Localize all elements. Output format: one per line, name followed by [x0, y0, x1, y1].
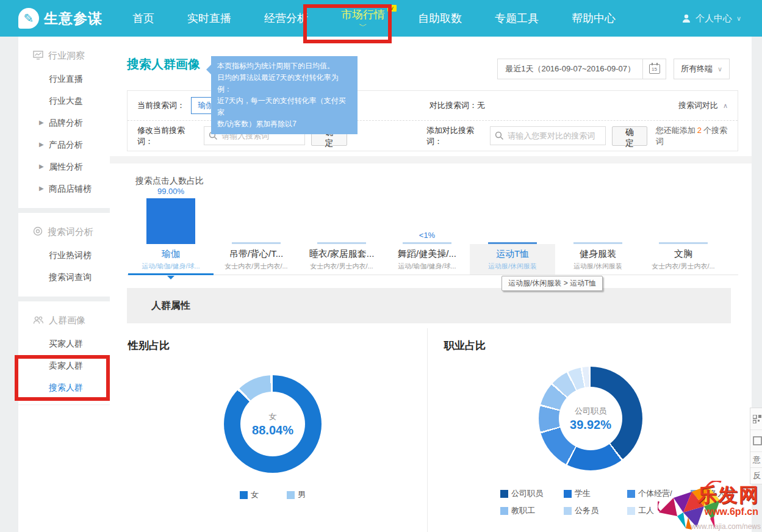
legend-swatch [627, 507, 635, 515]
sidebar-section-搜索词分析: 搜索词分析行业热词榜搜索词查询 [18, 213, 110, 297]
window-button[interactable] [750, 430, 762, 452]
date-range-text: 最近1天（2016-09-07~2016-09-07） [498, 63, 642, 74]
nav-item-label: 专题工具 [495, 11, 539, 26]
feedback-button-2[interactable]: 反 [750, 468, 762, 484]
tab-subtitle: 女士内衣/男士内衣/... [299, 262, 384, 271]
tab-subtitle: 女士内衣/男士内衣/... [214, 262, 299, 271]
terminal-filter-dropdown[interactable]: 所有终端 ∨ [674, 59, 730, 79]
legend-swatch [564, 507, 572, 515]
vertical-divider [427, 328, 428, 532]
tab-吊带/背心/T...[interactable]: 吊带/背心/T...女士内衣/男士内衣/... [214, 244, 299, 275]
nav-item-label: 市场行情 [341, 7, 385, 22]
tab-舞蹈/健美操/...[interactable]: 舞蹈/健美操/...运动/瑜伽/健身/球... [384, 244, 470, 275]
nav-item-实时直播[interactable]: 实时直播 [171, 0, 248, 37]
top-navigation: ✎ 生意参谋 首页实时直播经营分析市场行情v﹀自助取数专题工具帮助中心 个人中心… [0, 0, 762, 37]
bar-瑜伽 [146, 198, 195, 244]
nav-item-市场行情[interactable]: 市场行情v﹀ [325, 0, 401, 37]
sidebar-item-搜索词查询[interactable]: 搜索词查询 [18, 266, 110, 288]
people-portrait-icon [33, 315, 44, 326]
sidebar-item-产品分析[interactable]: ▶产品分析 [18, 134, 110, 156]
tab-运动T恤[interactable]: 运动T恤运动服/休闲服装 [470, 244, 555, 275]
sidebar-item-行业大盘[interactable]: 行业大盘 [18, 90, 110, 112]
sidebar-item-属性分析[interactable]: ▶属性分析 [18, 156, 110, 178]
calendar-icon: 15 [649, 64, 660, 74]
tab-title: 吊带/背心/T... [214, 248, 299, 260]
search-click-chart-block: 搜索点击人数占比 99.00%<1% 瑜伽运动/瑜伽/健身/球...吊带/背心/… [127, 164, 738, 275]
tooltip-line: 本页指标均为统计周期下的日均值。 [217, 60, 351, 72]
tab-subtitle: 运动/瑜伽/健身/球... [128, 262, 214, 271]
nav-item-经营分析[interactable]: 经营分析 [248, 0, 325, 37]
caret-right-icon: ▶ [39, 178, 44, 200]
bar-column [555, 164, 641, 244]
bar-column [641, 164, 726, 244]
sidebar-item-搜索人群[interactable]: 搜索人群 [18, 376, 110, 398]
chevron-down-icon: ﹀ [359, 23, 367, 29]
sidebar-item-label: 卖家人群 [49, 361, 83, 370]
occupation-donut-chart: 公司职员 39.92% [539, 367, 642, 470]
occupation-center-value: 39.92% [570, 418, 611, 432]
date-range-picker[interactable]: 最近1天（2016-09-07~2016-09-07） 15 [497, 59, 666, 79]
tab-文胸[interactable]: 文胸女士内衣/男士内衣/... [641, 244, 726, 275]
nav-menu: 首页实时直播经营分析市场行情v﹀自助取数专题工具帮助中心 [116, 0, 632, 37]
current-word-label: 当前搜索词： [137, 100, 185, 111]
app-logo[interactable]: ✎ 生意参谋 [18, 8, 102, 29]
modify-word-label: 修改当前搜索词： [137, 125, 198, 147]
tab-健身服装[interactable]: 健身服装运动服/休闲服装 [555, 244, 641, 275]
bar-column: 99.00% [128, 164, 214, 244]
legend-item-公司职员: 公司职员 [500, 488, 564, 499]
legend-label: 学生 [575, 488, 591, 499]
metric-tooltip: 本页指标均为统计周期下的日均值。日均的算法以最近7天的支付转化率为例：近7天内，… [211, 56, 358, 134]
gender-chart-title: 性别占比 [128, 339, 170, 353]
legend-item-学生: 学生 [564, 488, 627, 499]
nav-item-label: 首页 [132, 11, 154, 26]
compare-word-value: 无 [477, 101, 485, 110]
feedback-button[interactable]: 意 [750, 452, 762, 468]
nav-item-label: 帮助中心 [572, 11, 616, 26]
compare-word-label: 对比搜索词：无 [430, 100, 485, 111]
legend-swatch [564, 490, 572, 498]
sidebar-item-行业直播[interactable]: 行业直播 [18, 68, 110, 90]
square-icon [753, 436, 762, 445]
page-title: 搜索人群画像 [127, 56, 200, 73]
sidebar-item-行业热词榜[interactable]: 行业热词榜 [18, 244, 110, 266]
sidebar-section-人群画像: 人群画像买家人群卖家人群搜索人群 [18, 301, 110, 532]
occupation-legend: 公司职员学生个体经营/医务人员教职工公务员工人 [500, 488, 754, 516]
tab-瑜伽[interactable]: 瑜伽运动/瑜伽/健身/球... [128, 244, 214, 275]
nav-item-label: 自助取数 [418, 11, 462, 26]
user-menu[interactable]: 个人中心 ∨ [681, 0, 741, 37]
legend-swatch [691, 490, 699, 498]
legend-item-女: 女 [240, 489, 259, 500]
search-word-compare-toggle[interactable]: 搜索词对比 ∧ [678, 100, 728, 111]
qr-code-button[interactable] [750, 408, 762, 430]
bar-column [470, 164, 555, 244]
tab-睡衣/家居服套...[interactable]: 睡衣/家居服套...女士内衣/男士内衣/... [299, 244, 384, 275]
nav-item-帮助中心[interactable]: 帮助中心 [555, 0, 632, 37]
nav-item-首页[interactable]: 首页 [116, 0, 171, 37]
chevron-down-icon: ∨ [717, 65, 722, 73]
bar-column [299, 164, 384, 244]
add-compare-input[interactable] [490, 126, 606, 145]
nav-item-专题工具[interactable]: 专题工具 [478, 0, 555, 37]
search-analysis-icon [33, 226, 43, 238]
sidebar-item-label: 搜索词查询 [49, 272, 92, 282]
sidebar-section-title: 人群画像 [18, 311, 110, 332]
bar-value-label: 99.00% [128, 187, 214, 196]
tab-title: 瑜伽 [128, 248, 214, 260]
sidebar-item-卖家人群[interactable]: 卖家人群 [18, 354, 110, 376]
confirm-add-button[interactable]: 确定 [612, 126, 647, 146]
tooltip-line: 日均的算法以最近7天的支付转化率为例： [217, 72, 351, 95]
user-icon [681, 13, 691, 23]
sidebar-item-买家人群[interactable]: 买家人群 [18, 332, 110, 354]
new-badge-icon: v [387, 5, 397, 12]
legend-swatch [500, 507, 508, 515]
feedback-widget: 意 反 [750, 408, 762, 484]
calendar-button[interactable]: 15 [642, 59, 666, 79]
legend-label: 个体经营/ [638, 488, 672, 499]
sidebar-item-商品店铺榜[interactable]: ▶商品店铺榜 [18, 178, 110, 200]
sidebar-item-label: 产品分析 [49, 140, 83, 149]
nav-item-自助取数[interactable]: 自助取数 [401, 0, 478, 37]
legend-swatch [627, 490, 635, 498]
sidebar-item-品牌分析[interactable]: ▶品牌分析 [18, 112, 110, 134]
caret-right-icon: ▶ [39, 156, 44, 178]
sidebar-section-label: 搜索词分析 [48, 226, 93, 238]
